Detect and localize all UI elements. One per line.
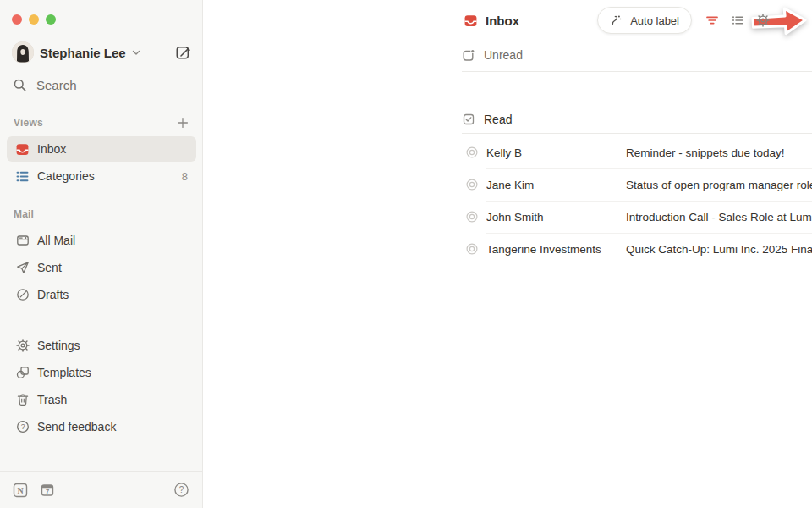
svg-text:N: N: [17, 486, 24, 495]
svg-text:?: ?: [20, 422, 25, 431]
section-divider: [462, 71, 812, 72]
all-mail-icon: [15, 234, 30, 247]
question-circle-icon: ?: [15, 420, 30, 433]
email-sender: Jane Kim: [486, 179, 616, 191]
avatar: [12, 41, 34, 64]
email-row[interactable]: Kelly B Reminder - snippets due today! M…: [462, 136, 812, 168]
notion-logo-icon[interactable]: N: [13, 483, 28, 498]
close-window-button[interactable]: [12, 14, 22, 25]
group-label: Unread: [484, 48, 523, 62]
help-icon[interactable]: ?: [173, 482, 189, 498]
settings-gear-icon[interactable]: [756, 14, 770, 27]
sidebar-item-inbox[interactable]: Inbox: [7, 136, 196, 162]
email-row[interactable]: Tangerine Investments Quick Catch-Up: Lu…: [462, 233, 812, 265]
auto-label-icon: [610, 14, 623, 27]
trash-icon: [15, 393, 30, 406]
inbox-icon: [15, 142, 30, 157]
gear-icon: [15, 339, 30, 352]
sidebar-item-label: Inbox: [37, 142, 66, 156]
email-row[interactable]: Jane Kim Status of open program manager …: [462, 168, 812, 201]
sidebar: Stephanie Lee Search Views Inbox: [0, 0, 203, 508]
sidebar-item-trash[interactable]: Trash: [7, 387, 196, 412]
sidebar-item-label: All Mail: [37, 234, 75, 247]
svg-text:7: 7: [46, 488, 49, 495]
sidebar-item-label: Settings: [37, 339, 80, 352]
unread-icon: [462, 48, 475, 62]
auto-label-button-label: Auto label: [630, 14, 679, 27]
sidebar-item-label: Sent: [37, 261, 62, 274]
sidebar-item-drafts[interactable]: Drafts: [7, 282, 196, 307]
calendar-icon[interactable]: 7: [40, 483, 55, 498]
sidebar-item-label: Send feedback: [37, 420, 116, 433]
sidebar-item-all-mail[interactable]: All Mail: [7, 228, 196, 253]
sidebar-item-label: Templates: [37, 366, 91, 379]
account-switcher[interactable]: Stephanie Lee: [12, 40, 190, 65]
sidebar-item-send-feedback[interactable]: ? Send feedback: [7, 414, 196, 439]
main-pane: Inbox Auto label Unrea: [203, 0, 812, 508]
drafts-icon: [15, 288, 30, 301]
zoom-window-button[interactable]: [46, 14, 56, 25]
page-title: Inbox: [486, 14, 519, 28]
app-window: Stephanie Lee Search Views Inbox: [0, 0, 812, 508]
sidebar-item-label: Drafts: [37, 288, 69, 301]
read-status-icon: [465, 146, 479, 159]
inbox-header: Inbox: [464, 8, 519, 32]
email-sender: John Smith: [486, 211, 616, 224]
sent-icon: [15, 261, 30, 274]
email-subject: Status of open program manager role: [626, 179, 812, 191]
views-section-label: Views: [14, 117, 43, 129]
filter-icon[interactable]: [705, 14, 719, 27]
auto-label-button[interactable]: Auto label: [597, 7, 692, 34]
read-group-header[interactable]: Read: [462, 108, 512, 130]
categories-count-badge: 8: [182, 170, 188, 183]
read-status-icon: [465, 210, 479, 224]
sidebar-item-categories[interactable]: Categories 8: [7, 163, 196, 189]
section-divider: [462, 133, 812, 134]
templates-icon: [15, 366, 30, 379]
minimize-window-button[interactable]: [29, 14, 39, 25]
email-subject: Quick Catch-Up: Lumi Inc. 2025 Financial…: [626, 243, 812, 256]
sidebar-item-sent[interactable]: Sent: [7, 255, 196, 280]
sidebar-item-templates[interactable]: Templates: [7, 360, 196, 385]
window-controls: [12, 14, 56, 25]
sidebar-bottom-bar: N 7 ?: [0, 471, 202, 508]
unread-group-header[interactable]: Unread: [462, 44, 523, 66]
list-view-icon[interactable]: [731, 14, 744, 27]
search-label: Search: [36, 78, 77, 92]
mail-section-label: Mail: [14, 208, 34, 220]
inbox-icon: [464, 14, 478, 28]
email-sender: Tangerine Investments: [486, 243, 616, 256]
categories-icon: [15, 169, 30, 184]
read-status-icon: [465, 242, 479, 256]
read-checkbox-icon: [462, 113, 475, 126]
sidebar-item-label: Categories: [37, 169, 95, 183]
svg-text:?: ?: [179, 485, 184, 494]
group-label: Read: [484, 113, 512, 126]
account-name: Stephanie Lee: [40, 46, 126, 60]
search-icon: [13, 78, 27, 92]
read-status-icon: [465, 178, 479, 191]
email-sender: Kelly B: [486, 146, 616, 159]
chevron-down-icon: [131, 47, 141, 58]
list-toolbar: [705, 14, 770, 27]
email-subject: Introduction Call - Sales Role at Lumi I…: [626, 211, 812, 224]
compose-icon[interactable]: [175, 45, 190, 60]
sidebar-item-label: Trash: [37, 393, 67, 406]
add-view-button[interactable]: [176, 116, 189, 130]
sidebar-item-settings[interactable]: Settings: [7, 333, 196, 358]
email-row[interactable]: John Smith Introduction Call - Sales Rol…: [462, 201, 812, 233]
email-subject: Reminder - snippets due today!: [626, 146, 812, 159]
search-button[interactable]: Search: [13, 74, 77, 96]
